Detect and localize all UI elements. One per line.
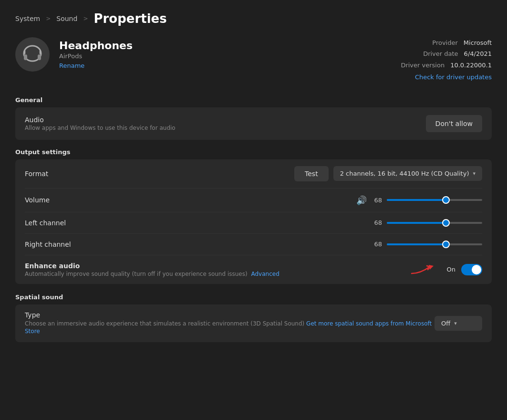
- right-channel-value: 68: [372, 241, 382, 248]
- right-channel-row: Right channel 68: [15, 234, 492, 255]
- volume-icon: 🔊: [356, 195, 367, 205]
- advanced-link[interactable]: Advanced: [251, 271, 279, 277]
- provider-value: Microsoft: [464, 37, 492, 48]
- device-text: Headphones AirPods Rename: [59, 40, 133, 69]
- breadcrumb-sound[interactable]: Sound: [56, 15, 77, 22]
- general-card: Audio Allow apps and Windows to use this…: [15, 107, 492, 140]
- general-heading: General: [15, 96, 492, 104]
- breadcrumb-properties: Properties: [93, 11, 166, 26]
- spatial-type-row: Type Choose an immersive audio experienc…: [15, 304, 492, 343]
- left-channel-value: 68: [372, 219, 382, 226]
- page: System > Sound > Properties Headphones A…: [0, 0, 507, 354]
- spatial-sound-heading: Spatial sound: [15, 294, 492, 301]
- device-name: Headphones: [59, 40, 133, 52]
- check-driver-link[interactable]: Check for driver updates: [401, 72, 492, 83]
- format-label: Format: [25, 170, 48, 178]
- right-channel-controls: 68: [372, 241, 482, 248]
- spatial-dropdown[interactable]: Off ▾: [435, 316, 482, 331]
- audio-row: Audio Allow apps and Windows to use this…: [15, 107, 492, 140]
- enhance-controls: On: [411, 263, 482, 276]
- provider-row: Provider Microsoft: [401, 37, 492, 48]
- driver-date-label: Driver date: [423, 48, 458, 59]
- device-header: Headphones AirPods Rename Provider Micro…: [15, 37, 492, 83]
- driver-version-value: 10.0.22000.1: [450, 60, 492, 71]
- audio-label: Audio: [25, 116, 176, 124]
- spatial-off-label: Off: [441, 320, 450, 327]
- volume-row: Volume 🔊 68: [15, 189, 492, 212]
- output-settings-card: Format Test 2 channels, 16 bit, 44100 Hz…: [15, 159, 492, 284]
- svg-marker-5: [429, 265, 434, 270]
- dont-allow-button[interactable]: Don't allow: [426, 115, 482, 132]
- right-channel-label: Right channel: [25, 241, 71, 248]
- left-channel-row: Left channel 68: [15, 212, 492, 233]
- driver-version-row: Driver version 10.0.22000.1: [401, 60, 492, 71]
- volume-slider[interactable]: [387, 199, 482, 201]
- spatial-info: Type Choose an immersive audio experienc…: [25, 311, 435, 336]
- test-button[interactable]: Test: [294, 166, 329, 181]
- toggle-thumb: [472, 265, 481, 274]
- left-fill: [387, 222, 446, 224]
- format-row: Format Test 2 channels, 16 bit, 44100 Hz…: [15, 159, 492, 188]
- left-channel-label: Left channel: [25, 219, 66, 227]
- audio-desc: Allow apps and Windows to use this devic…: [25, 125, 176, 131]
- device-subtitle: AirPods: [59, 52, 133, 60]
- volume-controls: 🔊 68: [356, 195, 482, 205]
- enhance-audio-row: Enhance audio Automatically improve soun…: [15, 255, 492, 284]
- right-fill: [387, 243, 446, 245]
- spatial-dropdown-arrow-icon: ▾: [454, 320, 457, 326]
- breadcrumb: System > Sound > Properties: [15, 11, 492, 26]
- audio-info: Audio Allow apps and Windows to use this…: [25, 116, 176, 131]
- svg-rect-2: [38, 54, 41, 60]
- provider-label: Provider: [432, 37, 458, 48]
- red-arrow-icon: [411, 263, 439, 276]
- volume-thumb[interactable]: [442, 196, 450, 204]
- output-settings-heading: Output settings: [15, 148, 492, 156]
- volume-value: 68: [372, 197, 382, 204]
- format-value: 2 channels, 16 bit, 44100 Hz (CD Quality…: [340, 170, 469, 177]
- rename-link[interactable]: Rename: [59, 62, 84, 69]
- left-channel-slider[interactable]: [387, 222, 482, 224]
- right-thumb[interactable]: [442, 241, 450, 248]
- breadcrumb-sep1: >: [46, 15, 51, 22]
- volume-fill: [387, 199, 446, 201]
- svg-rect-1: [24, 54, 27, 60]
- driver-date-row: Driver date 6/4/2021: [401, 48, 492, 59]
- spatial-desc: Choose an immersive audio experience tha…: [25, 320, 435, 336]
- left-channel-controls: 68: [372, 219, 482, 226]
- driver-date-value: 6/4/2021: [464, 48, 492, 59]
- enhance-info: Enhance audio Automatically improve soun…: [25, 262, 411, 277]
- format-dropdown[interactable]: 2 channels, 16 bit, 44100 Hz (CD Quality…: [333, 166, 482, 181]
- left-thumb[interactable]: [442, 219, 450, 227]
- device-driver-info: Provider Microsoft Driver date 6/4/2021 …: [401, 37, 492, 83]
- enhance-toggle[interactable]: [461, 264, 482, 275]
- volume-label: Volume: [25, 196, 50, 204]
- spatial-type-label: Type: [25, 311, 435, 319]
- device-icon: [15, 37, 50, 72]
- driver-version-label: Driver version: [401, 60, 445, 71]
- dropdown-arrow-icon: ▾: [473, 170, 476, 177]
- breadcrumb-sep2: >: [83, 15, 88, 22]
- device-info-left: Headphones AirPods Rename: [15, 37, 133, 72]
- enhance-desc: Automatically improve sound quality (tur…: [25, 271, 411, 277]
- on-label: On: [447, 266, 455, 273]
- right-channel-slider[interactable]: [387, 243, 482, 245]
- spatial-sound-card: Type Choose an immersive audio experienc…: [15, 304, 492, 343]
- format-controls: Test 2 channels, 16 bit, 44100 Hz (CD Qu…: [294, 166, 482, 181]
- enhance-title: Enhance audio: [25, 262, 411, 270]
- breadcrumb-system[interactable]: System: [15, 15, 40, 22]
